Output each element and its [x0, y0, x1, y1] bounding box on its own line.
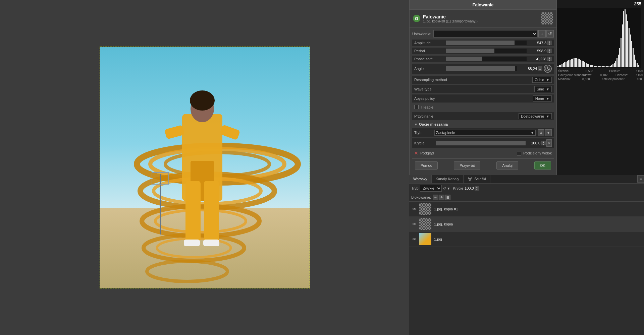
ok-button[interactable]: OK — [534, 161, 551, 170]
phase-up[interactable]: ▲ — [547, 57, 552, 59]
histogram-max-label: 255 — [557, 0, 644, 8]
amplitude-up[interactable]: ▲ — [547, 41, 552, 43]
layer-name-2: 1.jpg — [434, 237, 442, 241]
opacity-up[interactable]: ▲ — [541, 141, 546, 143]
layers-mode-arrow[interactable]: ▼ — [447, 187, 450, 190]
settings-reset-btn[interactable]: ↺ — [546, 30, 554, 38]
layers-opacity-down[interactable]: ▼ — [475, 188, 479, 191]
svg-rect-40 — [575, 58, 576, 67]
angle-value: 88,24 — [519, 67, 537, 71]
licznosc-value: 1159 — [636, 73, 643, 77]
layers-mode-select[interactable]: Zwykłe — [420, 185, 442, 192]
svg-rect-49 — [587, 64, 588, 67]
wavetype-value: Sine — [537, 87, 544, 91]
opacity-slider[interactable] — [436, 141, 526, 145]
svg-rect-81 — [630, 35, 631, 67]
mediana-value: 0,600 — [582, 77, 590, 81]
cancel-button[interactable]: Anuluj — [496, 161, 518, 170]
svg-rect-80 — [629, 28, 630, 67]
odchylenie-label: Odchylenie standardowe: — [558, 73, 592, 77]
tab-warstwy[interactable]: Warstwy — [409, 175, 432, 183]
mode-dropdown[interactable]: Zastąpienie ▼ — [434, 130, 536, 136]
layer-name-1: 1.jpg. kopia — [434, 222, 453, 226]
svg-rect-36 — [570, 60, 571, 67]
angle-dial[interactable] — [544, 65, 552, 73]
angle-track[interactable] — [446, 66, 517, 71]
split-view-checkbox[interactable] — [517, 151, 521, 155]
svg-rect-29 — [560, 65, 561, 67]
angle-spin: ▲ ▼ — [538, 66, 542, 71]
amplitude-fill — [446, 41, 515, 45]
opacity-down[interactable]: ▼ — [541, 143, 546, 145]
preview-row: ✕ Podgląd Podzielony widok — [412, 149, 554, 157]
layers-opacity-label: Krycie — [453, 186, 464, 190]
layers-toolbar: Tryb Zwykłe ↺ ▼ Krycie 100,0 ▲ ▼ — [409, 184, 644, 193]
svg-rect-63 — [606, 66, 607, 67]
amplitude-down[interactable]: ▼ — [547, 43, 552, 45]
layers-opacity-spin: ▲ ▼ — [475, 186, 479, 191]
svg-rect-62 — [604, 66, 605, 67]
dialog-header: G Falowanie 1.jpg. kopia-38 ([1] (zaimpo… — [410, 10, 556, 27]
layer-eye-1[interactable]: 👁 — [411, 221, 417, 227]
amplitude-track[interactable] — [446, 41, 527, 45]
stats-row-1: Średnia: 0,593 Piksele: 1159 — [558, 69, 643, 73]
period-down[interactable]: ▼ — [547, 51, 552, 53]
abyss-value: None — [535, 96, 544, 100]
mediana-label: Mediana: — [558, 77, 571, 81]
period-value: 598,9 — [528, 49, 546, 53]
lock-alpha-btn[interactable]: ▩ — [445, 195, 450, 200]
angle-down[interactable]: ▼ — [538, 69, 542, 71]
layers-mode-reset[interactable]: ↺ — [443, 187, 446, 190]
tab-kanaly[interactable]: Kanały Kanały — [432, 175, 464, 183]
svg-rect-48 — [586, 63, 587, 67]
panel-config-btn[interactable]: ≡ — [637, 175, 644, 183]
layer-item-2[interactable]: 👁 1.jpg — [409, 232, 644, 247]
amplitude-spin: ▲ ▼ — [547, 41, 552, 45]
tileable-label: Tileable — [421, 105, 433, 109]
mode-reset-btn[interactable]: ↺ — [538, 129, 544, 136]
abyss-arrow: ▼ — [546, 97, 549, 100]
mode-extra-btn[interactable]: ▼ — [545, 129, 552, 136]
layer-item-0[interactable]: 👁 1.jpg. kopia #1 — [409, 202, 644, 217]
phase-track[interactable] — [446, 57, 527, 61]
svg-rect-61 — [603, 66, 604, 67]
settings-dropdown[interactable] — [433, 30, 538, 38]
svg-rect-54 — [594, 66, 595, 67]
tab-sciezki[interactable]: Ścieżki — [464, 175, 490, 183]
stats-row-2: Odchylenie standardowe: 0,107 Liczność: … — [558, 73, 643, 77]
svg-rect-66 — [610, 66, 611, 67]
layers-opacity-up[interactable]: ▲ — [475, 186, 479, 188]
phase-down[interactable]: ▼ — [547, 59, 552, 61]
svg-rect-84 — [634, 55, 635, 67]
lock-move-btn[interactable]: ✛ — [439, 195, 444, 200]
svg-rect-52 — [591, 65, 592, 67]
svg-rect-68 — [612, 64, 613, 67]
period-track[interactable] — [446, 49, 527, 53]
layer-eye-0[interactable]: 👁 — [411, 206, 417, 212]
clipping-dropdown[interactable]: Dostosowanie ▼ — [519, 113, 552, 119]
period-up[interactable]: ▲ — [547, 49, 552, 51]
resampling-dropdown[interactable]: Cubic ▼ — [532, 77, 552, 83]
svg-rect-33 — [566, 62, 567, 67]
lock-paint-btn[interactable]: ✏ — [433, 195, 438, 200]
reset-button[interactable]: Przywróć — [454, 161, 480, 170]
angle-fill — [446, 66, 515, 71]
help-button[interactable]: Pomoc — [415, 161, 438, 170]
tileable-checkbox[interactable] — [414, 105, 419, 109]
svg-rect-35 — [568, 60, 569, 67]
layer-eye-2[interactable]: 👁 — [411, 236, 417, 242]
svg-rect-65 — [608, 66, 609, 67]
settings-add-btn[interactable]: + — [538, 30, 546, 38]
abyss-dropdown[interactable]: None ▼ — [533, 95, 552, 102]
layer-item-1[interactable]: 👁 1.jpg. kopia — [409, 217, 644, 232]
angle-up[interactable]: ▲ — [538, 66, 542, 69]
wavetype-dropdown[interactable]: Sine ▼ — [534, 86, 552, 92]
svg-rect-71 — [616, 58, 618, 67]
amplitude-row: Amplitude 547,3 ▲ ▼ — [412, 40, 554, 46]
opacity-extra-btn[interactable] — [546, 139, 552, 147]
canvas-image — [100, 47, 310, 288]
svg-rect-70 — [615, 61, 616, 67]
resampling-value: Cubic — [535, 78, 544, 82]
preview-close[interactable]: ✕ — [414, 150, 418, 156]
settings-label: Ustawienia: — [412, 32, 431, 36]
